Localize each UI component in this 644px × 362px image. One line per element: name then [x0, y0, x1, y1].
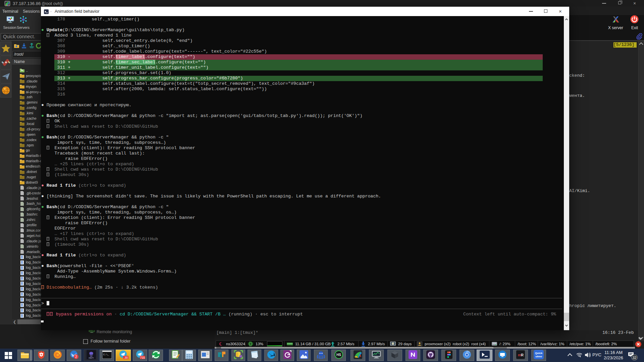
svg-text:.30: .30: [124, 356, 128, 359]
svg-text:HS: HS: [336, 353, 341, 357]
svg-text:2: 2: [75, 355, 77, 359]
svg-text:utmo: utmo: [535, 355, 542, 358]
svg-text:R: R: [521, 353, 524, 357]
svg-text:C:\_: C:\_: [103, 353, 109, 356]
svg-text:FRUTY: FRUTY: [89, 357, 94, 359]
svg-text:715: 715: [140, 356, 145, 359]
svg-text:Quick: Quick: [535, 352, 543, 355]
